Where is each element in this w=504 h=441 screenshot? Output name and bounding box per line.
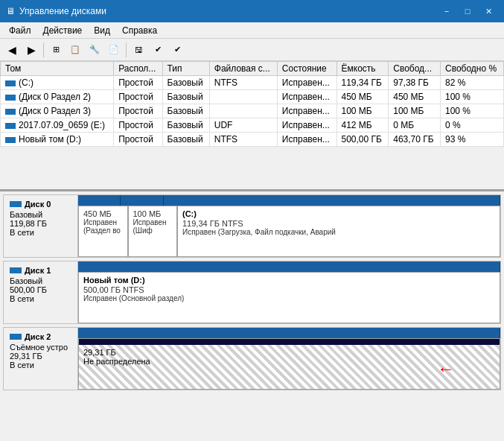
table-row[interactable]: (Диск 0 Раздел 2) Простой Базовый Исправ… bbox=[1, 90, 504, 104]
table-row[interactable]: 2017.07.09_0659 (E:) Простой Базовый UDF… bbox=[1, 118, 504, 133]
cell-status: Исправен... bbox=[277, 90, 336, 104]
disk-header-bar bbox=[78, 328, 500, 338]
cell-fs: UDF bbox=[209, 118, 277, 133]
app-icon: 🖥 bbox=[6, 6, 15, 16]
toolbar-btn5[interactable]: 🖫 bbox=[130, 41, 147, 59]
disk-header-bar-seg bbox=[78, 195, 121, 206]
title-bar: 🖥 Управление дисками − □ ✕ bbox=[0, 0, 504, 22]
disk-type: Съёмное устро bbox=[10, 343, 71, 352]
partition-0-0[interactable]: 450 МБ Исправен (Раздел во bbox=[78, 206, 128, 257]
disk-view-section[interactable]: Диск 0 Базовый 119,88 ГБ В сети 450 МБ И… bbox=[0, 191, 504, 441]
cell-name: (Диск 0 Раздел 3) bbox=[1, 104, 114, 118]
cell-fs bbox=[209, 104, 277, 118]
cell-layout: Простой bbox=[114, 76, 162, 90]
partition-status: Не распределена bbox=[83, 357, 495, 366]
arrow-icon: ← bbox=[437, 358, 455, 378]
title-bar-left: 🖥 Управление дисками bbox=[6, 6, 106, 16]
disk-label-icon bbox=[10, 334, 22, 340]
title-bar-controls: − □ ✕ bbox=[437, 4, 498, 19]
cell-type: Базовый bbox=[162, 90, 209, 104]
toolbar-btn3[interactable]: 🔧 bbox=[86, 41, 103, 59]
disk-row-disk2: Диск 2 Съёмное устро 29,31 ГБ В сети 29,… bbox=[3, 327, 501, 390]
col-fs: Файловая с... bbox=[209, 62, 277, 76]
table-row[interactable]: (Диск 0 Раздел 3) Простой Базовый Исправ… bbox=[1, 104, 504, 118]
partition-0-2[interactable]: (C:) 119,34 ГБ NTFS Исправен (Загрузка, … bbox=[177, 206, 500, 257]
cell-status: Исправен... bbox=[277, 104, 336, 118]
disk-label-disk1: Диск 1 Базовый 500,00 ГБ В сети bbox=[4, 261, 78, 323]
toolbar-btn2[interactable]: 📋 bbox=[66, 41, 84, 59]
disk-partition-row: Новый том (D:) 500,00 ГБ NTFS Исправен (… bbox=[78, 272, 500, 323]
cell-capacity: 412 МБ bbox=[336, 118, 389, 133]
menu-file[interactable]: Файл bbox=[3, 24, 37, 37]
cell-free-pct: 100 % bbox=[440, 90, 503, 104]
partition-0-1[interactable]: 100 МБ Исправен (Шиф bbox=[128, 206, 178, 257]
cell-free-pct: 93 % bbox=[440, 133, 503, 147]
partition-size: 450 МБ bbox=[83, 209, 123, 218]
disk-label-icon bbox=[10, 201, 22, 207]
disk-status: В сети bbox=[10, 361, 71, 369]
cell-name: Новый том (D:) bbox=[1, 133, 114, 147]
table-section: Том Распол... Тип Файловая с... Состояни… bbox=[0, 61, 504, 191]
cell-layout: Простой bbox=[114, 90, 162, 104]
disk-label-icon bbox=[10, 267, 22, 273]
partition-1-0[interactable]: Новый том (D:) 500,00 ГБ NTFS Исправен (… bbox=[78, 272, 500, 323]
menu-view[interactable]: Вид bbox=[88, 24, 116, 37]
table-row[interactable]: Новый том (D:) Простой Базовый NTFS Испр… bbox=[1, 133, 504, 147]
partition-status: Исправен (Основной раздел) bbox=[83, 294, 495, 302]
minimize-button[interactable]: − bbox=[437, 4, 456, 19]
table-scroll[interactable]: Том Распол... Тип Файловая с... Состояни… bbox=[0, 61, 504, 189]
toolbar-back[interactable]: ◀ bbox=[3, 41, 21, 59]
cell-fs: NTFS bbox=[209, 76, 277, 90]
table-header-row: Том Распол... Тип Файловая с... Состояни… bbox=[1, 62, 504, 76]
menu-help[interactable]: Справка bbox=[116, 24, 163, 37]
col-volume: Том bbox=[1, 62, 114, 76]
toolbar-btn4[interactable]: 📄 bbox=[105, 41, 123, 59]
partition-name: (C:) bbox=[182, 209, 495, 218]
toolbar: ◀ ▶ ⊞ 📋 🔧 📄 🖫 ✔ ✔ bbox=[0, 39, 504, 61]
disk-label-title: Диск 0 bbox=[10, 200, 71, 209]
toolbar-forward[interactable]: ▶ bbox=[22, 41, 40, 59]
cell-capacity: 500,00 ГБ bbox=[336, 133, 389, 147]
disk-size: 119,88 ГБ bbox=[10, 219, 71, 228]
partition-2-0[interactable]: 29,31 ГБ Не распределена ← bbox=[78, 338, 500, 390]
toolbar-btn6[interactable]: ✔ bbox=[149, 41, 167, 59]
cell-fs: NTFS bbox=[209, 133, 277, 147]
cell-capacity: 119,34 ГБ bbox=[336, 76, 389, 90]
toolbar-btn7[interactable]: ✔ bbox=[168, 41, 186, 59]
cell-free-pct: 100 % bbox=[440, 104, 503, 118]
partition-size: 29,31 ГБ bbox=[83, 348, 495, 357]
maximize-button[interactable]: □ bbox=[458, 4, 477, 19]
cell-status: Исправен... bbox=[277, 118, 336, 133]
disk-table: Том Распол... Тип Файловая с... Состояни… bbox=[0, 61, 504, 147]
col-free-pct: Свободно % bbox=[440, 62, 503, 76]
cell-capacity: 100 МБ bbox=[336, 104, 389, 118]
window-title: Управление дисками bbox=[19, 6, 106, 16]
disk-type: Базовый bbox=[10, 276, 71, 285]
close-button[interactable]: ✕ bbox=[479, 4, 498, 19]
table-row[interactable]: (C:) Простой Базовый NTFS Исправен... 11… bbox=[1, 76, 504, 90]
cell-status: Исправен... bbox=[277, 76, 336, 90]
cell-type: Базовый bbox=[162, 118, 209, 133]
partition-status: Исправен (Загрузка, Файл подкачки, Авари… bbox=[182, 228, 495, 236]
disk-partition-row: 450 МБ Исправен (Раздел во 100 МБ Исправ… bbox=[78, 206, 500, 257]
disk-label-disk0: Диск 0 Базовый 119,88 ГБ В сети bbox=[4, 195, 78, 257]
menu-action[interactable]: Действие bbox=[37, 24, 89, 37]
cell-name: 2017.07.09_0659 (E:) bbox=[1, 118, 114, 133]
cell-free-pct: 82 % bbox=[440, 76, 503, 90]
cell-status: Исправен... bbox=[277, 133, 336, 147]
cell-layout: Простой bbox=[114, 104, 162, 118]
disk-label-title: Диск 2 bbox=[10, 332, 71, 341]
col-type: Тип bbox=[162, 62, 209, 76]
cell-layout: Простой bbox=[114, 133, 162, 147]
cell-capacity: 450 МБ bbox=[336, 90, 389, 104]
cell-type: Базовый bbox=[162, 76, 209, 90]
disk-header-bar-seg bbox=[164, 195, 500, 206]
cell-fs bbox=[209, 90, 277, 104]
partition-size: 500,00 ГБ NTFS bbox=[83, 285, 495, 294]
toolbar-sep2 bbox=[126, 42, 127, 57]
disk-status: В сети bbox=[10, 294, 71, 303]
cell-free: 100 МБ bbox=[389, 104, 441, 118]
partition-size: 100 МБ bbox=[133, 209, 173, 218]
toolbar-btn1[interactable]: ⊞ bbox=[47, 41, 65, 59]
col-capacity: Ёмкость bbox=[336, 62, 389, 76]
